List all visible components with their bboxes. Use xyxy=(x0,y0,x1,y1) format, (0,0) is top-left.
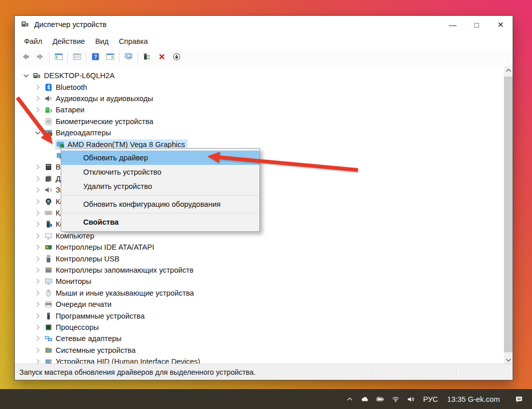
monitor-icon xyxy=(44,277,53,285)
vertical-scrollbar[interactable] xyxy=(504,66,513,364)
tray-volume-icon[interactable] xyxy=(403,389,419,409)
language-indicator[interactable]: РУС xyxy=(419,389,443,409)
chevron-right-icon[interactable] xyxy=(34,175,42,183)
menu-вид[interactable]: Вид xyxy=(90,35,113,48)
chevron-right-icon[interactable] xyxy=(34,106,42,114)
chevron-right-icon[interactable] xyxy=(34,243,42,251)
console-tree-button[interactable] xyxy=(51,51,66,64)
tree-item-21[interactable]: Программные устройства xyxy=(15,310,504,321)
tree-item-20[interactable]: Очереди печати xyxy=(15,299,504,310)
chevron-right-icon[interactable] xyxy=(34,334,42,343)
context-menu-item[interactable]: Свойства xyxy=(61,215,259,229)
tray-cloud-icon[interactable] xyxy=(357,389,373,409)
tree-item-content[interactable]: Контроллеры USB xyxy=(43,254,122,264)
chevron-right-icon[interactable] xyxy=(34,312,42,320)
update-driver-button[interactable] xyxy=(139,51,154,64)
tree-item-content[interactable]: Мыши и иные указывающие устройства xyxy=(43,288,197,298)
device-manager-window: Диспетчер устройств —□× ФайлДействиеВидС… xyxy=(14,15,513,380)
action-center-icon[interactable] xyxy=(512,389,527,409)
chevron-right-icon[interactable] xyxy=(34,266,42,274)
tree-item-23[interactable]: Сетевые адаптеры xyxy=(15,333,504,344)
tree-item-24[interactable]: Системные устройства xyxy=(15,345,504,356)
tree-item-3[interactable]: Батареи xyxy=(15,104,504,115)
tree-item-content[interactable]: Программные устройства xyxy=(43,311,147,321)
help-button[interactable]: ? xyxy=(88,51,103,64)
tree-item-17[interactable]: Контроллеры запоминающих устройств xyxy=(15,264,504,276)
chevron-right-icon[interactable] xyxy=(34,83,42,91)
maximize-button[interactable]: □ xyxy=(465,16,489,33)
chevron-right-icon[interactable] xyxy=(34,198,42,206)
properties-button[interactable] xyxy=(69,51,84,64)
chevron-right-icon[interactable] xyxy=(34,289,42,297)
tree-item-content[interactable]: Мониторы xyxy=(43,276,94,286)
tree-item-1[interactable]: Bluetooth xyxy=(15,81,504,92)
tree-item-content[interactable]: Сетевые адаптеры xyxy=(43,333,124,344)
tree-item-0[interactable]: DESKTOP-L6QLH2A xyxy=(15,70,504,81)
tree-item-content[interactable]: Аудиовходы и аудиовыходы xyxy=(43,93,156,104)
close-button[interactable]: × xyxy=(489,16,513,33)
scroll-down-icon[interactable] xyxy=(504,355,513,364)
taskbar[interactable]: РУС13:35 G-ek.com xyxy=(0,389,532,409)
tree-item-18[interactable]: Мониторы xyxy=(15,276,504,287)
menu-справка[interactable]: Справка xyxy=(114,35,153,48)
disable-device-button[interactable] xyxy=(169,51,184,64)
chevron-right-icon[interactable] xyxy=(34,209,42,217)
chevron-right-icon[interactable] xyxy=(34,186,42,194)
scrollbar-thumb[interactable] xyxy=(504,77,513,352)
chevron-right-icon[interactable] xyxy=(34,94,42,103)
nav-forward-button[interactable] xyxy=(33,51,47,64)
menu-действие[interactable]: Действие xyxy=(47,35,90,48)
tree-item-2[interactable]: Аудиовходы и аудиовыходы xyxy=(15,93,504,104)
tree-item-content[interactable]: Системные устройства xyxy=(43,345,138,355)
tree-item-label: DESKTOP-L6QLH2A xyxy=(44,71,114,80)
chevron-down-icon[interactable] xyxy=(22,71,30,80)
uninstall-device-button[interactable] xyxy=(154,51,169,64)
tray-battery-icon[interactable] xyxy=(373,389,388,409)
tree-item-content[interactable]: Видеоадаптеры xyxy=(43,128,114,138)
tree-item-content[interactable]: Контроллеры IDE ATA/ATAPI xyxy=(43,242,157,252)
context-menu-item[interactable]: Удалить устройство xyxy=(61,179,259,194)
tree-item-15[interactable]: Контроллеры IDE ATA/ATAPI xyxy=(15,242,504,253)
context-menu-item[interactable]: Обновить конфигурацию оборудования xyxy=(61,197,259,211)
uninstall-device-icon xyxy=(158,53,166,63)
action-pane-button[interactable] xyxy=(103,51,117,64)
chevron-right-icon[interactable] xyxy=(34,300,42,308)
tree-item-content[interactable]: Bluetooth xyxy=(43,82,90,92)
tree-item-4[interactable]: Биометрические устройства xyxy=(15,116,504,127)
tree-item-25[interactable]: Устройства HID (Human Interface Devices) xyxy=(15,356,504,364)
usb-controller-icon xyxy=(44,255,53,263)
tree-item-content[interactable]: Очереди печати xyxy=(43,299,114,309)
tray-chevron-up-icon[interactable] xyxy=(342,389,357,409)
tree-item-content[interactable]: Биометрические устройства xyxy=(43,116,156,127)
tree-item-content[interactable]: Батареи xyxy=(43,105,87,115)
chevron-right-icon[interactable] xyxy=(34,163,42,171)
minimize-button[interactable]: — xyxy=(441,16,465,33)
tray-wifi-icon[interactable] xyxy=(388,389,403,409)
chevron-right-icon[interactable] xyxy=(34,220,42,228)
scroll-up-icon[interactable] xyxy=(504,66,513,75)
scan-hardware-button[interactable] xyxy=(121,51,136,64)
tree-item-5[interactable]: Видеоадаптеры xyxy=(15,127,504,138)
tree-item-19[interactable]: Мыши и иные указывающие устройства xyxy=(15,287,504,299)
nav-back-button[interactable] xyxy=(18,51,33,64)
chevron-right-icon[interactable] xyxy=(34,277,42,285)
help-icon: ? xyxy=(91,53,100,63)
tree-item-16[interactable]: Контроллеры USB xyxy=(15,253,504,264)
chevron-down-icon[interactable] xyxy=(34,129,42,137)
tree-item-22[interactable]: Процессоры xyxy=(15,322,504,333)
chevron-right-icon[interactable] xyxy=(34,346,42,354)
tree-item-content[interactable]: Процессоры xyxy=(43,322,102,332)
chevron-right-icon[interactable] xyxy=(34,255,42,263)
menu-файл[interactable]: Файл xyxy=(19,35,47,48)
tree-item-content[interactable]: Компьютер xyxy=(43,231,97,241)
tree-item-content[interactable]: DESKTOP-L6QLH2A xyxy=(32,70,117,81)
tree-item-content[interactable]: Контроллеры запоминающих устройств xyxy=(43,265,196,275)
device-manager-icon xyxy=(21,20,30,29)
chevron-right-icon[interactable] xyxy=(34,323,42,331)
chevron-right-icon[interactable] xyxy=(34,232,42,240)
tree-item-content[interactable]: Устройства HID (Human Interface Devices) xyxy=(43,356,203,364)
context-menu-item[interactable]: Отключить устройство xyxy=(61,165,259,179)
context-menu-item[interactable]: Обновить драйвер xyxy=(61,151,259,165)
clock[interactable]: 13:35 G-ek.com xyxy=(443,389,504,409)
menu-separator xyxy=(62,195,258,196)
